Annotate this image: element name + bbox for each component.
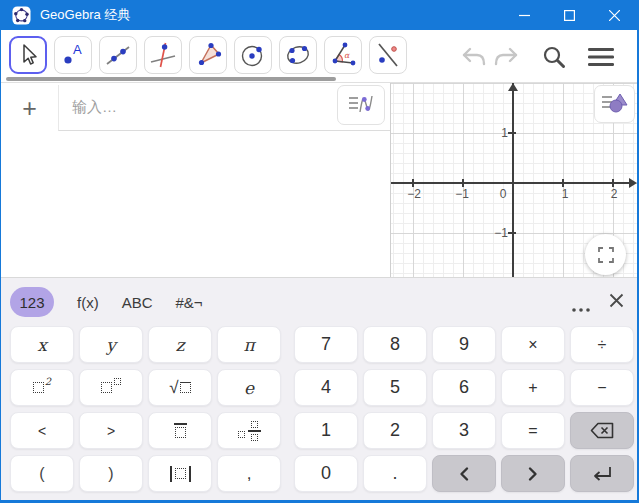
keyboard-numpad: 7 8 9 × ÷ 4 5 6 + − 1 2 3 = (294, 326, 634, 492)
key-e[interactable]: e (217, 369, 281, 406)
key-equals[interactable]: = (501, 412, 565, 449)
minimize-button[interactable] (502, 0, 547, 30)
input-help-button[interactable] (337, 85, 385, 125)
close-keyboard-icon (609, 293, 624, 308)
tool-polygon[interactable] (189, 36, 227, 74)
key-8[interactable]: 8 (363, 326, 427, 363)
key-divide[interactable]: ÷ (570, 326, 634, 363)
key-9[interactable]: 9 (432, 326, 496, 363)
key-mixed-number[interactable] (217, 412, 281, 449)
virtual-keyboard: 123 f(x) ABC #&¬ x y z π 2 (1, 277, 637, 500)
svg-text:A: A (73, 42, 82, 57)
tab-functions[interactable]: f(x) (77, 294, 99, 311)
undo-icon (459, 45, 489, 69)
enter-icon (592, 466, 612, 481)
key-5[interactable]: 5 (363, 369, 427, 406)
key-greater-than[interactable]: > (79, 412, 143, 449)
keyboard-tabs: 123 f(x) ABC #&¬ (10, 287, 203, 317)
graphics-style-icon (600, 91, 630, 117)
key-multiply[interactable]: × (501, 326, 565, 363)
algebra-input[interactable]: 输入… (58, 85, 390, 131)
tool-conic-through-points[interactable] (279, 36, 317, 74)
key-2[interactable]: 2 (363, 412, 427, 449)
ellipse-points-icon (284, 41, 312, 69)
x-axis (391, 182, 634, 184)
x-tick-label: −1 (455, 187, 469, 201)
graphics-panel[interactable]: −2 −1 0 1 2 1 −1 (391, 83, 637, 277)
key-0[interactable]: 0 (294, 455, 358, 492)
key-square[interactable]: 2 (10, 369, 74, 406)
y-tickmark (508, 232, 516, 234)
key-y[interactable]: y (79, 326, 143, 363)
key-close-paren[interactable]: ) (79, 455, 143, 492)
key-cursor-right[interactable] (501, 455, 565, 492)
x-tick-label: 1 (562, 187, 569, 201)
tool-move[interactable] (9, 36, 47, 74)
key-abs-value[interactable] (148, 455, 212, 492)
add-expression-button[interactable]: + (1, 85, 58, 131)
tool-angle[interactable]: α (324, 36, 362, 74)
move-cursor-icon (14, 41, 42, 69)
y-tickmark (508, 132, 516, 134)
fullscreen-button[interactable] (585, 234, 626, 275)
maximize-button[interactable] (547, 0, 592, 30)
absolute-value-icon (170, 466, 191, 482)
algebra-style-icon (347, 92, 375, 118)
key-plus[interactable]: + (501, 369, 565, 406)
tool-circle-with-center[interactable] (234, 36, 272, 74)
tab-letters[interactable]: ABC (122, 294, 153, 311)
tab-numbers[interactable]: 123 (10, 287, 54, 317)
y-tick-label: 1 (483, 126, 508, 140)
perpendicular-line-icon (149, 41, 177, 69)
window-title: GeoGebra 经典 (40, 6, 502, 24)
tab-special[interactable]: #&¬ (176, 294, 203, 311)
key-recurring-decimal[interactable] (148, 412, 212, 449)
graphics-style-bar-button[interactable] (594, 85, 635, 123)
key-cursor-left[interactable] (432, 455, 496, 492)
x-tickmark (562, 179, 564, 187)
key-6[interactable]: 6 (432, 369, 496, 406)
tool-point[interactable]: A (54, 36, 92, 74)
key-less-than[interactable]: < (10, 412, 74, 449)
key-backspace[interactable] (570, 412, 634, 449)
keyboard-left-block: x y z π 2 √ e < > (10, 326, 281, 492)
polygon-icon (194, 41, 222, 69)
y-tick-label: −1 (483, 226, 508, 240)
tool-perpendicular-line[interactable] (144, 36, 182, 74)
toolbar: A (1, 30, 637, 82)
key-1[interactable]: 1 (294, 412, 358, 449)
key-3[interactable]: 3 (432, 412, 496, 449)
key-sqrt[interactable]: √ (148, 369, 212, 406)
x-tickmark (612, 179, 614, 187)
toolbar-scrollbar[interactable] (6, 77, 336, 81)
key-x[interactable]: x (10, 326, 74, 363)
algebra-input-row: + 输入… (1, 85, 390, 131)
geogebra-window: GeoGebra 经典 A (0, 0, 639, 503)
search-button[interactable] (538, 42, 570, 72)
key-pi[interactable]: π (217, 326, 281, 363)
redo-button[interactable] (490, 42, 522, 72)
point-icon: A (59, 41, 87, 69)
key-z[interactable]: z (148, 326, 212, 363)
menu-button[interactable] (585, 42, 617, 72)
tool-reflect-about-line[interactable] (369, 36, 407, 74)
key-enter[interactable] (570, 455, 634, 492)
key-7[interactable]: 7 (294, 326, 358, 363)
tool-line[interactable] (99, 36, 137, 74)
keyboard-close-button[interactable] (609, 293, 624, 312)
key-power[interactable] (79, 369, 143, 406)
titlebar: GeoGebra 经典 (1, 0, 637, 30)
x-axis-arrow (629, 178, 637, 188)
key-open-paren[interactable]: ( (10, 455, 74, 492)
close-button[interactable] (592, 0, 637, 30)
search-icon (540, 43, 568, 71)
undo-button[interactable] (458, 42, 490, 72)
key-comma[interactable]: , (217, 455, 281, 492)
keyboard-more-button[interactable] (571, 299, 591, 317)
placeholder-box-icon (33, 382, 44, 393)
mixed-fraction-icon (238, 421, 261, 441)
key-4[interactable]: 4 (294, 369, 358, 406)
key-minus[interactable]: − (570, 369, 634, 406)
superscript-two: 2 (45, 376, 51, 387)
key-decimal-point[interactable]: . (363, 455, 427, 492)
